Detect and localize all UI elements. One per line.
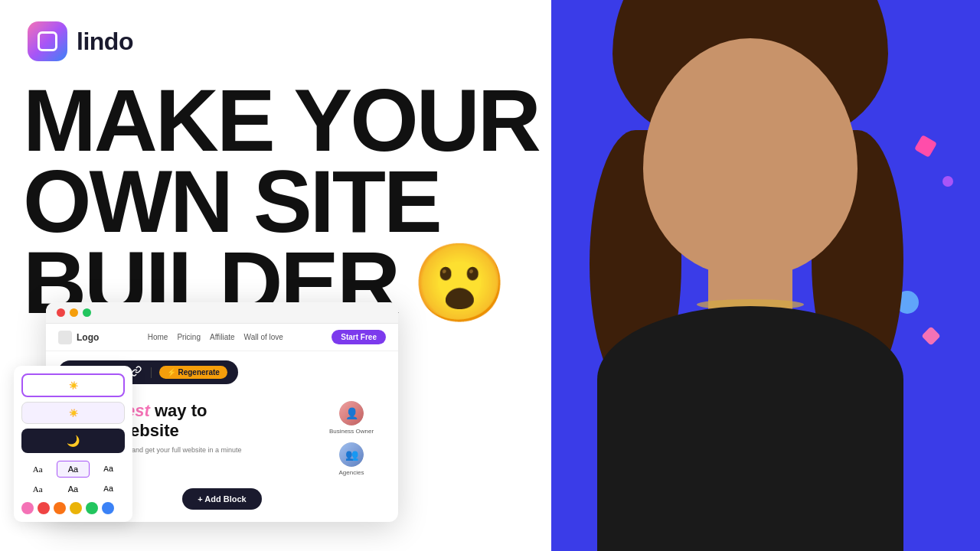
person-card-label-2: Agencies bbox=[339, 469, 364, 476]
color-dot-green[interactable] bbox=[86, 502, 98, 514]
logo-text: lindo bbox=[77, 28, 133, 56]
ui-logo-small: Logo bbox=[58, 331, 99, 344]
logo-icon[interactable] bbox=[28, 21, 67, 61]
nav-link-home[interactable]: Home bbox=[148, 333, 168, 341]
traffic-light-yellow[interactable] bbox=[70, 308, 78, 317]
headline-line1: MAKE YOUR bbox=[23, 80, 539, 161]
nav-link-wall[interactable]: Wall of love bbox=[244, 333, 283, 341]
ui-card-titlebar bbox=[46, 302, 398, 324]
nav-link-pricing[interactable]: Pricing bbox=[177, 333, 201, 341]
font-swatch-mono-1[interactable]: Aa bbox=[93, 461, 125, 478]
sun-icon: ☀️ bbox=[69, 381, 78, 390]
ui-hero-right: 👤 Business Owner 👥 Agencies bbox=[317, 401, 386, 476]
avatar-circle-business: 👤 bbox=[339, 401, 364, 425]
sun-icon-2: ☀️ bbox=[69, 409, 78, 417]
ui-start-free-btn[interactable]: Start Free bbox=[332, 330, 386, 344]
sidebar-btn-light-mode[interactable]: ☀️ bbox=[21, 373, 125, 397]
font-swatch-sans-selected[interactable]: Aa bbox=[57, 461, 89, 478]
color-dot-pink[interactable] bbox=[21, 502, 34, 514]
font-swatch-mono-2[interactable]: Aa bbox=[93, 481, 125, 497]
toolbar-separator bbox=[151, 367, 152, 378]
font-swatch-serif-2[interactable]: Aa bbox=[21, 481, 54, 497]
add-block-button[interactable]: + Add Block bbox=[182, 488, 261, 510]
ui-nav-links: Home Pricing Affiliate Wall of love bbox=[148, 333, 283, 341]
color-dot-orange[interactable] bbox=[54, 502, 66, 514]
traffic-light-green[interactable] bbox=[83, 308, 91, 317]
font-swatch-sans-2[interactable]: Aa bbox=[57, 481, 89, 497]
headline-line2: OWN SITE bbox=[23, 161, 539, 243]
shirt bbox=[597, 306, 903, 551]
traffic-light-red[interactable] bbox=[57, 308, 65, 317]
avatar-business: 👤 bbox=[339, 401, 364, 425]
ui-logo-text: Logo bbox=[77, 332, 99, 343]
person-card-label-1: Business Owner bbox=[329, 428, 374, 435]
face-body bbox=[567, 0, 934, 551]
person-card-business: 👤 Business Owner bbox=[317, 401, 386, 435]
person-image bbox=[528, 0, 957, 551]
sidebar-panel: ☀️ ☀️ 🌙 Aa Aa Aa Aa Aa Aa bbox=[14, 366, 132, 522]
headline: MAKE YOUR OWN SITE BUILDER 😮 bbox=[23, 80, 539, 323]
sidebar-btn-light-alt[interactable]: ☀️ bbox=[21, 402, 125, 424]
nav-link-affiliate[interactable]: Affiliate bbox=[210, 333, 235, 341]
sidebar-colors bbox=[21, 502, 125, 514]
ui-logo-icon-small bbox=[58, 331, 72, 344]
sidebar-btn-group: ☀️ ☀️ 🌙 bbox=[21, 373, 125, 453]
logo-icon-inner bbox=[38, 31, 57, 51]
logo-area: lindo bbox=[28, 21, 133, 61]
color-dot-yellow[interactable] bbox=[70, 502, 82, 514]
sidebar-btn-dark-mode[interactable]: 🌙 bbox=[21, 429, 125, 453]
moon-icon: 🌙 bbox=[67, 435, 80, 447]
hero-title-part2: way to bbox=[150, 401, 207, 420]
avatar-agencies: 👥 bbox=[339, 442, 364, 467]
avatar-circle-agencies: 👥 bbox=[339, 442, 364, 467]
color-dot-blue[interactable] bbox=[102, 502, 114, 514]
emoji-surprised: 😮 bbox=[412, 244, 508, 321]
toolbar-regen-btn[interactable]: ⚡ Regenerate bbox=[159, 366, 227, 379]
color-dot-red[interactable] bbox=[38, 502, 50, 514]
sidebar-fonts: Aa Aa Aa Aa Aa Aa bbox=[21, 461, 125, 497]
ui-navbar: Logo Home Pricing Affiliate Wall of love… bbox=[46, 324, 398, 351]
font-swatch-serif-1[interactable]: Aa bbox=[21, 461, 54, 478]
person-card-agencies: 👥 Agencies bbox=[317, 442, 386, 476]
